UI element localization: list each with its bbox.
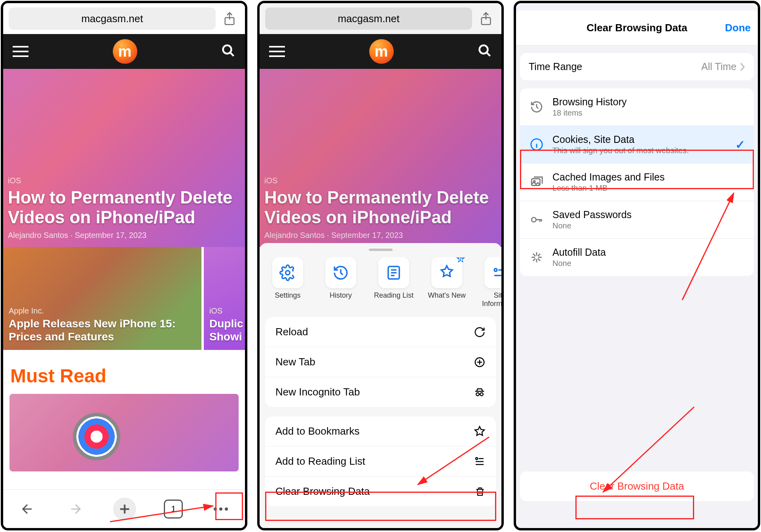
hero-article: iOS How to Permanently Delete Videos on … — [260, 69, 501, 247]
url-field[interactable]: macgasm.net — [265, 8, 472, 30]
tabs-button[interactable]: 1 — [164, 500, 183, 519]
menu-tile-label: History — [330, 291, 352, 300]
search-icon[interactable] — [478, 44, 492, 59]
history-icon — [325, 257, 356, 288]
url-bar: macgasm.net — [3, 3, 245, 34]
site-header: m — [3, 34, 245, 69]
done-button[interactable]: Done — [725, 22, 751, 34]
modal-title: Clear Browsing Data — [586, 22, 687, 34]
hamburger-icon[interactable] — [269, 46, 285, 57]
svg-point-15 — [476, 458, 478, 460]
back-icon[interactable] — [17, 499, 38, 519]
menu-group-1: Reload New Tab New Incognito Tab — [265, 317, 496, 407]
row-subtitle: None — [552, 221, 745, 230]
annotation-highlight-clear-data — [265, 492, 496, 521]
menu-tile-history[interactable]: History — [317, 257, 364, 308]
history-icon — [529, 99, 545, 115]
new-tab-button[interactable] — [113, 498, 136, 521]
site-logo[interactable]: m — [113, 39, 137, 64]
tile-category: iOS — [209, 306, 243, 315]
hero-date: September 17, 2023 — [331, 231, 403, 239]
row-title: Saved Passwords — [552, 209, 745, 220]
url-bar: macgasm.net — [260, 3, 501, 34]
tile-apple-news[interactable]: Apple Inc. Apple Releases New iPhone 15:… — [3, 247, 201, 350]
must-read-card[interactable] — [9, 394, 239, 471]
sheet-grabber[interactable] — [369, 249, 393, 251]
annotation-highlight-more — [215, 492, 243, 520]
key-icon — [529, 212, 545, 228]
menu-item-add-reading-list[interactable]: Add to Reading List — [265, 446, 496, 476]
hero-title: How to Permanently Delete Videos on iPho… — [264, 188, 494, 228]
menu-tile-label: Reading List — [374, 291, 414, 300]
menu-tile-whats-new[interactable]: N What's New — [423, 257, 470, 308]
tile-ios-partial[interactable]: iOS Duplic Showi — [204, 247, 247, 350]
menu-icon-row: Settings History Reading List N What' — [260, 257, 501, 308]
annotation-highlight-cookies — [520, 150, 754, 189]
time-range-value: All Time — [701, 61, 736, 72]
hero-article[interactable]: iOS How to Permanently Delete Videos on … — [3, 69, 245, 247]
site-logo[interactable]: m — [369, 39, 394, 64]
chrome-menu-sheet: Settings History Reading List N What' — [260, 243, 501, 528]
chevron-right-icon — [740, 62, 745, 72]
reload-icon — [474, 326, 486, 338]
bottom-toolbar: 1 — [3, 489, 245, 528]
hero-title: How to Permanently Delete Videos on iPho… — [8, 188, 238, 228]
menu-tile-site-info[interactable]: Site Information — [476, 257, 501, 308]
phone-screenshot-1: macgasm.net m iOS How to Permanently Del… — [1, 1, 247, 530]
hero-category: iOS — [264, 176, 494, 185]
svg-point-20 — [531, 217, 536, 222]
svg-point-7 — [480, 46, 488, 54]
menu-item-label: New Tab — [275, 356, 315, 368]
url-field[interactable]: macgasm.net — [9, 8, 216, 30]
svg-point-1 — [223, 46, 232, 54]
hero-category: iOS — [8, 176, 238, 185]
reading-list-icon — [378, 257, 409, 288]
menu-tile-label: Site Information — [476, 291, 501, 308]
must-read-heading: Must Read — [3, 350, 245, 394]
menu-tile-settings[interactable]: Settings — [264, 257, 311, 308]
menu-item-incognito[interactable]: New Incognito Tab — [265, 377, 496, 407]
tile-title: Duplic Showi — [209, 317, 243, 344]
row-saved-passwords[interactable]: Saved Passwords None — [520, 201, 754, 238]
hero-meta: Alejandro Santos · September 17, 2023 — [8, 231, 238, 240]
star-icon — [474, 426, 486, 437]
hamburger-icon[interactable] — [13, 46, 28, 57]
hero-author: Alejandro Santos — [8, 231, 68, 239]
hero-meta: Alejandro Santos · September 17, 2023 — [264, 231, 494, 240]
menu-item-add-bookmarks[interactable]: Add to Bookmarks — [265, 416, 496, 446]
search-icon[interactable] — [221, 44, 235, 59]
menu-item-label: New Incognito Tab — [275, 386, 360, 398]
site-header: m — [260, 34, 501, 69]
menu-tile-label: Settings — [275, 291, 300, 300]
row-subtitle: 18 items — [552, 108, 745, 118]
time-range-group: Time Range All Time — [520, 53, 754, 80]
tile-title: Apple Releases New iPhone 15: Prices and… — [9, 317, 196, 344]
row-browsing-history[interactable]: Browsing History 18 items — [520, 88, 754, 125]
menu-item-reload[interactable]: Reload — [265, 317, 496, 347]
menu-item-label: Reload — [275, 326, 308, 338]
autofill-icon — [529, 249, 545, 265]
menu-tile-label: What's New — [428, 291, 465, 300]
annotation-highlight-clear-button — [575, 496, 694, 519]
hero-author: Alejandro Santos — [264, 231, 325, 239]
menu-tile-reading-list[interactable]: Reading List — [370, 257, 417, 308]
svg-point-10 — [494, 269, 497, 272]
modal-header: Clear Browsing Data Done — [516, 10, 758, 45]
menu-item-label: Add to Reading List — [275, 455, 365, 467]
time-range-row[interactable]: Time Range All Time — [520, 53, 754, 80]
row-title: Cookies, Site Data — [552, 134, 727, 145]
menu-item-new-tab[interactable]: New Tab — [265, 347, 496, 377]
svg-point-14 — [480, 393, 483, 396]
whats-new-icon: N — [431, 257, 462, 288]
plus-circle-icon — [474, 356, 486, 368]
forward-icon — [65, 499, 86, 519]
share-icon[interactable] — [476, 10, 496, 28]
row-autofill-data[interactable]: Autofill Data None — [520, 238, 754, 276]
row-subtitle: None — [552, 259, 745, 268]
share-icon[interactable] — [220, 10, 239, 28]
svg-point-8 — [286, 271, 290, 275]
tile-category: Apple Inc. — [9, 306, 196, 315]
phone-screenshot-2: macgasm.net m iOS How to Permanently Del… — [257, 1, 504, 530]
music-disc-icon — [73, 413, 120, 460]
tune-icon — [484, 257, 501, 288]
